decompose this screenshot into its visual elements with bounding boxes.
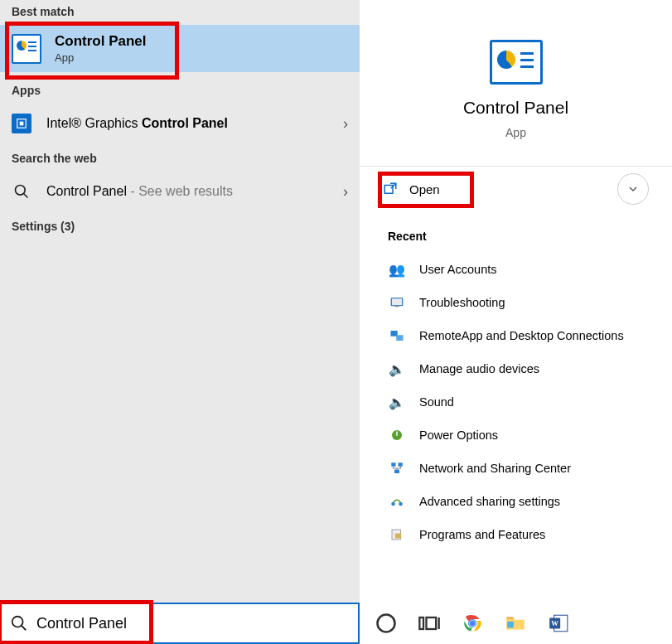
search-results-panel: Best match Control Panel App Apps Intel®… — [0, 0, 360, 644]
search-icon — [12, 182, 31, 201]
section-apps: Apps — [0, 72, 360, 104]
section-search-web: Search the web — [0, 143, 360, 172]
recent-block: Recent 👥 User Accounts Troubleshooting R… — [360, 211, 672, 551]
recent-item-label: Power Options — [419, 429, 498, 442]
speaker-icon: 🔈 — [388, 393, 406, 411]
svg-point-15 — [391, 502, 395, 506]
chevron-right-icon: › — [343, 183, 348, 201]
recent-item-sound[interactable]: 🔈 Sound — [383, 385, 649, 419]
svg-point-4 — [12, 617, 23, 627]
recent-item-troubleshooting[interactable]: Troubleshooting — [383, 286, 649, 319]
search-box[interactable] — [0, 603, 360, 644]
recent-item-audio[interactable]: 🔈 Manage audio devices — [383, 352, 649, 385]
app-result-intel-graphics[interactable]: Intel® Graphics Control Panel › — [0, 104, 360, 143]
svg-rect-6 — [384, 186, 393, 194]
speaker-icon: 🔈 — [388, 360, 406, 378]
svg-rect-7 — [391, 298, 403, 306]
svg-point-16 — [399, 502, 403, 506]
troubleshooting-icon — [388, 293, 406, 312]
web-result-label: Control Panel - See web results — [46, 184, 233, 199]
cortana-icon[interactable] — [375, 612, 398, 635]
recent-item-programs[interactable]: Programs and Features — [383, 518, 649, 551]
actions-row: Open — [360, 167, 672, 211]
recent-item-label: Programs and Features — [419, 528, 545, 541]
network-icon — [388, 459, 406, 477]
sharing-icon — [388, 492, 406, 511]
remoteapp-icon — [388, 327, 406, 345]
best-match-result[interactable]: Control Panel App — [0, 25, 360, 72]
svg-rect-8 — [395, 306, 399, 307]
chrome-icon[interactable] — [461, 612, 484, 635]
recent-item-user-accounts[interactable]: 👥 User Accounts — [383, 253, 649, 286]
svg-rect-18 — [395, 534, 402, 539]
svg-line-5 — [22, 626, 27, 631]
taskbar: W — [360, 603, 672, 644]
svg-rect-27 — [507, 622, 514, 628]
svg-line-3 — [24, 194, 28, 198]
recent-item-label: Manage audio devices — [419, 362, 539, 375]
chevron-right-icon: › — [343, 115, 348, 133]
recent-item-label: Troubleshooting — [419, 296, 505, 309]
svg-point-2 — [16, 186, 26, 196]
expand-button[interactable] — [617, 173, 649, 205]
web-result-control-panel[interactable]: Control Panel - See web results › — [0, 172, 360, 211]
recent-item-label: User Accounts — [419, 263, 497, 276]
svg-point-26 — [470, 621, 476, 627]
file-explorer-icon[interactable] — [504, 612, 527, 635]
svg-rect-1 — [20, 122, 24, 126]
programs-icon — [388, 525, 406, 544]
open-action[interactable]: Open — [409, 182, 440, 196]
svg-rect-22 — [438, 617, 440, 629]
hero-title: Control Panel — [463, 98, 568, 118]
user-accounts-icon: 👥 — [388, 260, 406, 278]
svg-rect-13 — [399, 462, 403, 467]
recent-item-label: RemoteApp and Desktop Connections — [419, 329, 624, 342]
recent-item-remoteapp[interactable]: RemoteApp and Desktop Connections — [383, 319, 649, 352]
recent-item-label: Sound — [419, 395, 454, 409]
recent-item-label: Advanced sharing settings — [419, 495, 560, 508]
svg-rect-14 — [394, 470, 399, 474]
svg-rect-20 — [419, 617, 423, 629]
svg-rect-12 — [391, 462, 395, 467]
recent-item-power[interactable]: Power Options — [383, 419, 649, 452]
svg-rect-21 — [427, 617, 437, 629]
best-match-title: Control Panel — [55, 33, 147, 50]
hero: Control Panel App — [360, 0, 672, 166]
section-best-match: Best match — [0, 0, 360, 25]
hero-subtitle: App — [505, 126, 526, 139]
word-icon[interactable]: W — [547, 612, 570, 635]
control-panel-icon — [490, 40, 543, 85]
control-panel-icon — [12, 34, 41, 64]
power-icon — [388, 426, 406, 444]
svg-rect-10 — [396, 335, 403, 341]
section-settings: Settings (3) — [0, 211, 360, 240]
recent-item-label: Network and Sharing Center — [419, 462, 571, 475]
intel-graphics-icon — [12, 114, 31, 133]
details-panel: Control Panel App Open Recent 👥 User Acc… — [360, 0, 672, 644]
task-view-icon[interactable] — [418, 612, 441, 635]
recent-item-sharing[interactable]: Advanced sharing settings — [383, 485, 649, 518]
recent-header: Recent — [388, 230, 649, 243]
svg-point-19 — [378, 615, 395, 632]
recent-item-network[interactable]: Network and Sharing Center — [383, 452, 649, 485]
open-icon — [383, 182, 398, 196]
app-result-label: Intel® Graphics Control Panel — [46, 116, 228, 131]
search-input[interactable] — [36, 615, 350, 632]
best-match-subtitle: App — [55, 51, 147, 64]
svg-text:W: W — [551, 619, 558, 627]
search-icon — [10, 614, 28, 632]
